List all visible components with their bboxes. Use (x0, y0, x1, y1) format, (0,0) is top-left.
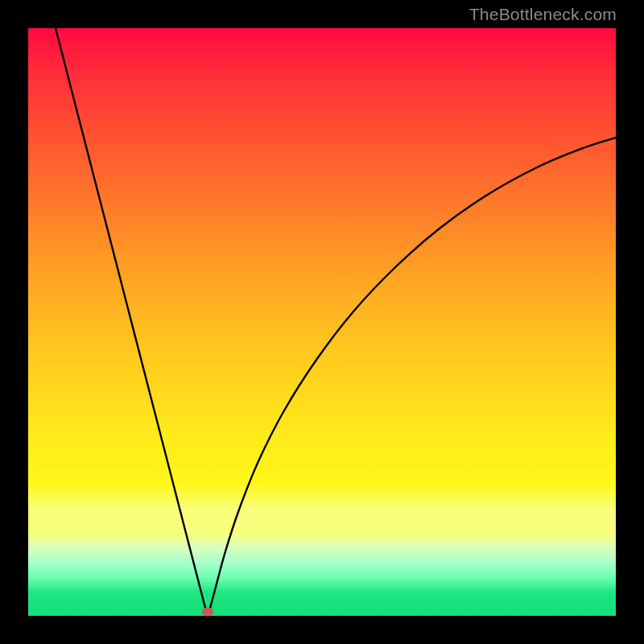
watermark-label: TheBottleneck.com (469, 5, 617, 24)
chart-frame: TheBottleneck.com (0, 0, 644, 644)
bottleneck-curve (28, 28, 616, 616)
plot-area (28, 28, 616, 616)
minimum-marker (202, 608, 213, 617)
